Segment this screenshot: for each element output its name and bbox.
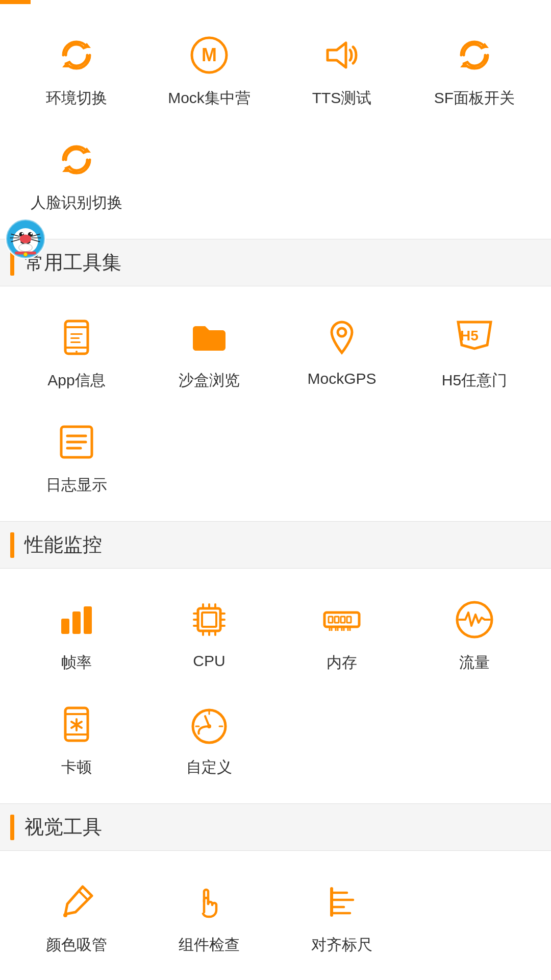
stutter-label: 卡顿	[61, 757, 92, 778]
component-check-label: 组件检查	[179, 935, 240, 955]
svg-rect-63	[341, 617, 345, 623]
ruler-icon	[316, 876, 367, 927]
svg-point-31	[76, 351, 78, 353]
mock-camp-label: Mock集中营	[168, 88, 251, 109]
sf-refresh-icon	[449, 30, 500, 81]
fps-item[interactable]: 帧率	[10, 584, 143, 689]
svg-point-15	[21, 233, 23, 235]
h5-icon: 5 H	[449, 312, 500, 363]
common-tools-header: 常用工具集	[0, 239, 551, 286]
svg-rect-34	[70, 341, 81, 343]
folder-icon	[184, 312, 235, 363]
visual-tools-header: 视觉工具	[0, 803, 551, 851]
svg-rect-47	[202, 612, 216, 627]
traffic-item[interactable]: 流量	[408, 584, 541, 689]
env-switch-item[interactable]: 环境切换	[10, 19, 143, 124]
visual-tools-title: 视觉工具	[24, 814, 102, 840]
face-switch-label: 人脸识别切换	[31, 192, 122, 213]
mock-gps-item[interactable]: MockGPS	[276, 302, 408, 406]
log-display-label: 日志显示	[46, 475, 107, 496]
refresh-icon	[51, 30, 102, 81]
svg-point-35	[338, 328, 346, 336]
pulse-icon	[449, 594, 500, 645]
custom-label: 自定义	[186, 757, 232, 778]
perf-monitor-bar	[10, 532, 14, 558]
svg-rect-62	[335, 617, 339, 623]
svg-point-24	[24, 236, 27, 239]
face-refresh-icon	[51, 134, 102, 185]
sf-panel-item[interactable]: SF面板开关	[408, 19, 541, 124]
svg-rect-60	[324, 612, 359, 627]
traffic-label: 流量	[459, 652, 490, 673]
align-ruler-item[interactable]: 对齐标尺	[276, 866, 408, 971]
cpu-label: CPU	[193, 652, 225, 670]
svg-rect-43	[61, 619, 69, 634]
top-bar	[0, 0, 31, 4]
env-switch-label: 环境切换	[46, 88, 107, 109]
svg-point-26	[23, 253, 28, 257]
memory-icon	[316, 594, 367, 645]
sandbox-browse-item[interactable]: 沙盒浏览	[143, 302, 276, 406]
h5-door-label: H5任意门	[442, 370, 507, 391]
gauge-icon	[184, 699, 235, 750]
component-check-item[interactable]: 组件检查	[143, 866, 276, 971]
bar-chart-icon	[51, 594, 102, 645]
svg-point-82	[207, 724, 211, 728]
memory-label: 内存	[327, 652, 357, 673]
custom-item[interactable]: 自定义	[143, 689, 276, 793]
log-display-item[interactable]: 日志显示	[10, 406, 143, 511]
avatar	[5, 218, 46, 259]
svg-rect-33	[70, 337, 80, 339]
app-info-item[interactable]: App信息	[10, 302, 143, 406]
h5-door-item[interactable]: 5 H H5任意门	[408, 302, 541, 406]
svg-text:5: 5	[470, 328, 479, 344]
perf-monitor-header: 性能监控	[0, 521, 551, 569]
pointer-icon	[184, 876, 235, 927]
svg-rect-45	[84, 606, 92, 634]
svg-rect-44	[72, 611, 81, 634]
tts-test-label: TTS测试	[312, 88, 372, 109]
visual-tools-bar	[10, 815, 14, 840]
location-icon	[316, 312, 367, 363]
common-tools-grid: App信息 沙盒浏览 MockGPS 5 H H5任意门	[0, 286, 551, 521]
svg-rect-64	[347, 617, 351, 623]
svg-point-27	[19, 244, 33, 252]
top-tools-grid: 环境切换 M Mock集中营 TTS测试	[0, 4, 551, 239]
svg-text:H: H	[460, 328, 470, 344]
cpu-icon	[184, 594, 235, 645]
memory-item[interactable]: 内存	[276, 584, 408, 689]
perf-monitor-grid: 帧率	[0, 569, 551, 803]
stutter-item[interactable]: 卡顿	[10, 689, 143, 793]
align-ruler-label: 对齐标尺	[311, 935, 372, 955]
phone-icon	[51, 312, 102, 363]
speaker-icon	[316, 30, 367, 81]
svg-marker-4	[328, 43, 346, 67]
cpu-item[interactable]: CPU	[143, 584, 276, 689]
sandbox-browse-label: 沙盒浏览	[179, 370, 240, 391]
svg-point-87	[63, 913, 67, 917]
sf-panel-label: SF面板开关	[434, 88, 515, 109]
fps-label: 帧率	[61, 652, 92, 673]
svg-point-16	[31, 233, 33, 235]
mock-gps-label: MockGPS	[307, 370, 376, 387]
app-info-label: App信息	[47, 370, 105, 391]
svg-rect-32	[70, 333, 83, 335]
mock-m-icon: M	[184, 30, 235, 81]
perf-monitor-title: 性能监控	[24, 532, 102, 558]
color-picker-item[interactable]: 颜色吸管	[10, 866, 143, 971]
tts-test-item[interactable]: TTS测试	[276, 19, 408, 124]
visual-tools-grid: 颜色吸管 组件检查 对齐标尺	[0, 851, 551, 980]
eyedropper-icon	[51, 876, 102, 927]
phone-stutter-icon	[51, 699, 102, 750]
color-picker-label: 颜色吸管	[46, 935, 107, 955]
mock-camp-item[interactable]: M Mock集中营	[143, 19, 276, 124]
face-switch-item[interactable]: 人脸识别切换	[10, 124, 143, 229]
svg-rect-61	[329, 617, 333, 623]
svg-text:M: M	[202, 44, 217, 65]
list-icon	[51, 416, 102, 468]
